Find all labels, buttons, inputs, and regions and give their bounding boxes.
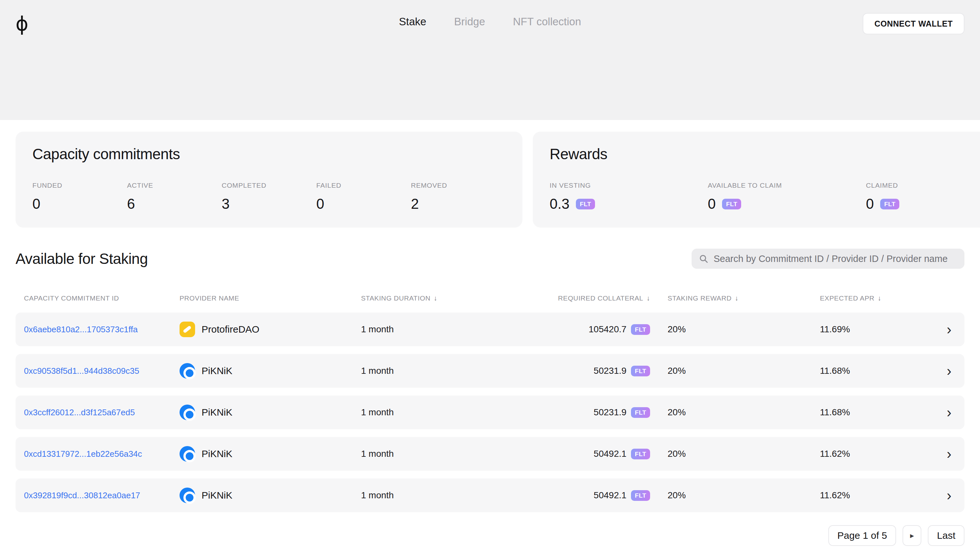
stat-number: 0.3 xyxy=(549,196,569,212)
commitment-id-link[interactable]: 0x392819f9cd...30812ea0ae17 xyxy=(24,491,179,500)
table-row[interactable]: 0xc90538f5d1...944d38c09c35 PiKNiK 1 mon… xyxy=(16,354,964,388)
stat-value: 0 xyxy=(32,196,127,212)
last-page-button[interactable]: Last xyxy=(928,525,964,546)
flt-badge: FLT xyxy=(631,490,650,501)
rewards-stats: IN VESTING 0.3 FLT AVAILABLE TO CLAIM 0 … xyxy=(549,181,980,212)
col-label: STAKING DURATION xyxy=(361,294,431,302)
required-collateral-cell: 50492.1 FLT xyxy=(514,449,650,459)
stat-number: 0 xyxy=(708,196,716,212)
next-page-button[interactable]: ▸ xyxy=(903,525,921,546)
stat-label: FUNDED xyxy=(32,181,127,189)
provider-logo-icon xyxy=(179,322,195,337)
chevron-right-icon[interactable]: › xyxy=(946,365,951,376)
search-box[interactable] xyxy=(692,249,964,269)
connect-wallet-button[interactable]: CONNECT WALLET xyxy=(863,13,964,34)
staking-section-header: Available for Staking xyxy=(16,248,964,269)
rewards-card-title: Rewards xyxy=(549,145,980,163)
chevron-right-icon[interactable]: › xyxy=(946,448,951,459)
stat-label: AVAILABLE TO CLAIM xyxy=(708,181,866,189)
staking-table-body: 0x6aebe810a2...1705373c1ffa ProtofireDAO… xyxy=(16,313,964,512)
provider-name: PiKNiK xyxy=(202,490,232,501)
nav-tabs: Stake Bridge NFT collection xyxy=(399,16,581,28)
provider-cell: ProtofireDAO xyxy=(179,322,361,337)
col-staking-reward[interactable]: STAKING REWARD ↓ xyxy=(650,294,820,302)
stat-claimed: CLAIMED 0 FLT xyxy=(866,181,980,212)
rewards-card: Rewards IN VESTING 0.3 FLT AVAILABLE TO … xyxy=(533,132,980,228)
required-collateral-cell: 50231.9 FLT xyxy=(514,407,650,418)
fluence-logo-icon[interactable]: ϕ xyxy=(16,14,29,34)
col-provider-name: PROVIDER NAME xyxy=(179,294,361,302)
provider-logo-icon xyxy=(179,446,195,462)
provider-name: ProtofireDAO xyxy=(202,324,259,335)
flt-badge: FLT xyxy=(631,407,650,418)
top-band: ϕ Stake Bridge NFT collection CONNECT WA… xyxy=(0,0,980,120)
flt-badge: FLT xyxy=(631,449,650,459)
provider-name: PiKNiK xyxy=(202,407,232,418)
collateral-value: 105420.7 xyxy=(589,324,626,335)
provider-logo-icon xyxy=(179,404,195,420)
tab-nft-collection[interactable]: NFT collection xyxy=(513,16,581,28)
provider-cell: PiKNiK xyxy=(179,488,361,503)
tab-bridge[interactable]: Bridge xyxy=(454,16,485,28)
required-collateral-cell: 105420.7 FLT xyxy=(514,324,650,335)
commitment-id-link[interactable]: 0x3ccff26012...d3f125a67ed5 xyxy=(24,407,179,417)
commitment-id-link[interactable]: 0x6aebe810a2...1705373c1ffa xyxy=(24,324,179,335)
col-expected-apr[interactable]: EXPECTED APR ↓ xyxy=(820,294,936,302)
stat-label: COMPLETED xyxy=(222,181,316,189)
staking-duration-value: 1 month xyxy=(361,407,514,417)
flt-badge: FLT xyxy=(631,366,650,376)
sort-down-icon: ↓ xyxy=(735,294,738,302)
expected-apr-value: 11.68% xyxy=(820,366,936,376)
commitment-id-link[interactable]: 0xcd13317972...1eb22e56a34c xyxy=(24,449,179,459)
stat-label: REMOVED xyxy=(411,181,506,189)
provider-cell: PiKNiK xyxy=(179,404,361,420)
stat-label: CLAIMED xyxy=(866,181,980,189)
table-row[interactable]: 0x392819f9cd...30812ea0ae17 PiKNiK 1 mon… xyxy=(16,478,964,512)
staking-duration-value: 1 month xyxy=(361,490,514,500)
collateral-value: 50492.1 xyxy=(594,490,626,500)
summary-cards: Capacity commitments FUNDED 0 ACTIVE 6 C… xyxy=(16,132,964,228)
collateral-value: 50492.1 xyxy=(594,449,626,459)
page-indicator-button[interactable]: Page 1 of 5 xyxy=(828,525,896,546)
staking-reward-value: 20% xyxy=(650,324,820,335)
provider-name: PiKNiK xyxy=(202,365,232,376)
stat-label: ACTIVE xyxy=(127,181,222,189)
col-capacity-commitment-id: CAPACITY COMMITMENT ID xyxy=(24,294,179,302)
col-label: STAKING REWARD xyxy=(668,294,732,302)
flt-badge: FLT xyxy=(631,324,650,335)
provider-cell: PiKNiK xyxy=(179,446,361,462)
expected-apr-value: 11.68% xyxy=(820,407,936,417)
tab-stake[interactable]: Stake xyxy=(399,16,426,28)
commitment-id-link[interactable]: 0xc90538f5d1...944d38c09c35 xyxy=(24,366,179,376)
capacity-stats: FUNDED 0 ACTIVE 6 COMPLETED 3 FAILED 0 R… xyxy=(32,181,506,212)
collateral-value: 50231.9 xyxy=(594,366,626,376)
table-row[interactable]: 0xcd13317972...1eb22e56a34c PiKNiK 1 mon… xyxy=(16,437,964,471)
stat-value: 3 xyxy=(222,196,316,212)
search-input[interactable] xyxy=(714,253,957,264)
stat-value: 0 FLT xyxy=(708,196,866,212)
stat-removed: REMOVED 2 xyxy=(411,181,506,212)
stat-number: 0 xyxy=(866,196,874,212)
stat-value: 0 xyxy=(316,196,411,212)
expected-apr-value: 11.62% xyxy=(820,449,936,459)
capacity-commitments-card: Capacity commitments FUNDED 0 ACTIVE 6 C… xyxy=(16,132,522,228)
collateral-value: 50231.9 xyxy=(594,407,626,417)
sort-down-icon: ↓ xyxy=(434,294,437,302)
col-required-collateral[interactable]: REQUIRED COLLATERAL ↓ xyxy=(514,294,650,302)
staking-reward-value: 20% xyxy=(650,490,820,500)
col-staking-duration[interactable]: STAKING DURATION ↓ xyxy=(361,294,514,302)
col-label: PROVIDER NAME xyxy=(179,294,239,302)
expected-apr-value: 11.69% xyxy=(820,324,936,335)
table-row[interactable]: 0x3ccff26012...d3f125a67ed5 PiKNiK 1 mon… xyxy=(16,396,964,429)
table-row[interactable]: 0x6aebe810a2...1705373c1ffa ProtofireDAO… xyxy=(16,313,964,346)
available-for-staking-title: Available for Staking xyxy=(16,250,148,268)
stat-value: 6 xyxy=(127,196,222,212)
chevron-right-icon[interactable]: › xyxy=(946,406,951,418)
stat-label: FAILED xyxy=(316,181,411,189)
chevron-right-icon[interactable]: › xyxy=(946,324,951,335)
staking-duration-value: 1 month xyxy=(361,366,514,376)
chevron-right-icon[interactable]: › xyxy=(946,489,951,501)
staking-reward-value: 20% xyxy=(650,449,820,459)
required-collateral-cell: 50231.9 FLT xyxy=(514,366,650,376)
provider-name: PiKNiK xyxy=(202,448,232,459)
